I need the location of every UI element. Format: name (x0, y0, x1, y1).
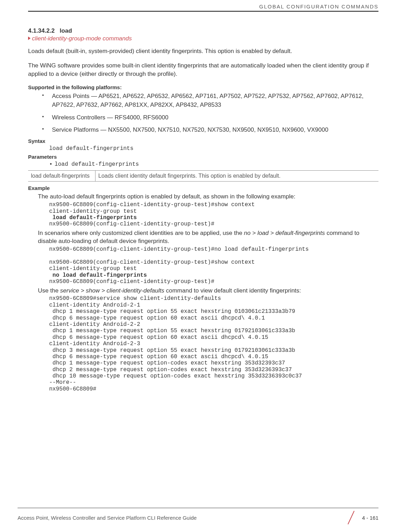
bullet-icon: • (49, 161, 53, 168)
syntax-code: load default-fingerprints (49, 145, 378, 152)
example-code-3: nx9500-6C8809#service show client-identi… (49, 295, 378, 392)
table-row: load default-fingerprints Loads client i… (28, 171, 378, 182)
arrow-right-icon (28, 37, 31, 40)
code-line: no load default-fingerprints (49, 272, 147, 278)
list-item: Access Points — AP6521, AP6522, AP6532, … (42, 92, 378, 110)
example-intro-1: The auto-load default fingerprints optio… (38, 192, 378, 201)
param-desc: Loads client identity default fingerprin… (95, 171, 379, 182)
footer-rule (18, 508, 378, 508)
slash-icon (345, 512, 357, 524)
code-line: nx9500-6C8809(config-client-identity-gro… (49, 221, 214, 227)
top-rule (28, 11, 378, 12)
intro2-a: In scenarios where only customized clien… (38, 230, 244, 236)
footer: Access Point, Wireless Controller and Se… (18, 508, 378, 524)
syntax-heading: Syntax (28, 138, 378, 144)
code-line: nx9500-6C8809(config-client-identity-gro… (49, 259, 255, 265)
breadcrumb[interactable]: client-identity-group-mode commands (28, 35, 378, 42)
section-number: 4.1.34.2.2 (28, 27, 55, 34)
example-intro-3: Use the service > show > client-identity… (38, 287, 378, 295)
example-code-2: nx9500-6C8809(config-client-identity-gro… (49, 246, 378, 285)
code-line: load default-fingerprints (49, 215, 137, 221)
parameters-bullet-line: •load default-fingerprints (49, 161, 378, 168)
running-header: GLOBAL CONFIGURATION COMMANDS (28, 4, 378, 11)
example-intro-2: In scenarios where only customized clien… (38, 229, 378, 246)
code-line: nx9500-6C8809(config-client-identity-gro… (49, 278, 214, 285)
code-line: nx9500-6C8809(config-client-identity-gro… (49, 246, 309, 252)
intro2-b: no > load > default-fingerprints (244, 230, 325, 236)
section-heading-row: 4.1.34.2.2 load (28, 27, 378, 34)
intro-para-2: The WiNG software provides some built-in… (28, 61, 378, 79)
footer-right: 4 - 161 (345, 512, 378, 524)
section-title: load (60, 27, 72, 34)
intro3-c: command to view default client identity … (164, 287, 301, 294)
code-line: client-identity-group test (49, 208, 137, 215)
parameters-line-text: load default-fingerprints (55, 161, 139, 168)
example-heading: Example (28, 185, 378, 191)
parameters-heading: Parameters (28, 154, 378, 160)
list-item: Wireless Controllers — RFS4000, RFS6000 (42, 113, 378, 122)
example-code-1: nx9500-6C8809(config-client-identity-gro… (49, 202, 378, 228)
param-key: load default-fingerprints (28, 171, 95, 182)
intro-para-1: Loads default (built-in, system-provided… (28, 47, 378, 56)
footer-row: Access Point, Wireless Controller and Se… (18, 512, 378, 524)
code-line: client-identity-group test (49, 265, 137, 272)
supported-list: Access Points — AP6521, AP6522, AP6532, … (28, 92, 378, 134)
list-item: Service Platforms — NX5500, NX7500, NX75… (42, 125, 378, 134)
page: GLOBAL CONFIGURATION COMMANDS 4.1.34.2.2… (0, 0, 396, 532)
footer-left: Access Point, Wireless Controller and Se… (18, 515, 197, 521)
intro3-a: Use the (38, 287, 60, 294)
supported-heading: Supported in the following platforms: (28, 84, 378, 90)
page-number: 4 - 161 (362, 515, 378, 521)
code-line: nx9500-6C8809(config-client-identity-gro… (49, 202, 255, 208)
intro3-b: service > show > client-identity-default… (60, 287, 164, 294)
breadcrumb-text: client-identity-group-mode commands (32, 35, 132, 42)
parameters-table: load default-fingerprints Loads client i… (28, 170, 378, 182)
